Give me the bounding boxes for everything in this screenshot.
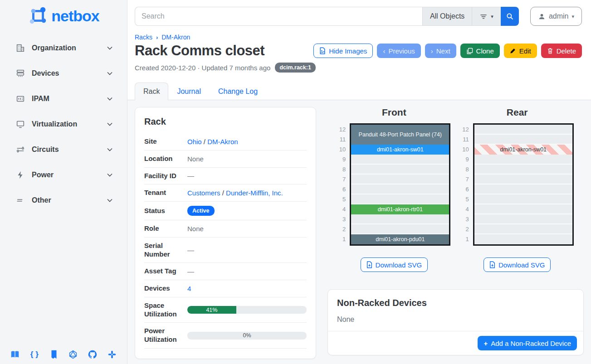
rack-attributes-table: Site Ohio / DM-Akron Location None Facil… bbox=[144, 133, 307, 349]
search-filter-button[interactable]: ▾ bbox=[472, 7, 501, 26]
search-scope-button[interactable]: All Objects bbox=[422, 7, 472, 26]
link-separator: / bbox=[202, 138, 208, 146]
github-icon[interactable] bbox=[88, 349, 98, 359]
user-menu-button[interactable]: admin ▾ bbox=[530, 7, 582, 26]
attr-row-power-utilization: Power Utilization 0% bbox=[144, 323, 307, 349]
unit-number: 12 bbox=[337, 125, 346, 135]
search-input[interactable] bbox=[135, 7, 422, 26]
chevron-down-icon: ▾ bbox=[491, 14, 493, 19]
site-link[interactable]: DM-Akron bbox=[207, 138, 238, 146]
sidebar: netbox OrganizationDevicesIPAMVirtualiza… bbox=[0, 0, 127, 364]
title-row: Rack Comms closet Hide Images ‹ Previous… bbox=[127, 41, 591, 59]
breadcrumb-link-racks[interactable]: Racks bbox=[135, 34, 152, 41]
previous-button[interactable]: ‹ Previous bbox=[377, 44, 420, 58]
rack-details-card: Rack Site Ohio / DM-Akron Location None bbox=[135, 107, 316, 359]
attr-label: Devices bbox=[144, 284, 187, 293]
rack-device-panduit-48-port-patch-panel-74-[interactable]: Panduit 48-Port Patch Panel (74) bbox=[351, 125, 449, 145]
delete-label: Delete bbox=[557, 47, 576, 55]
unit-number: 4 bbox=[337, 204, 346, 214]
sidebar-item-power[interactable]: Power bbox=[6, 166, 121, 184]
rack-unit-slot[interactable] bbox=[474, 214, 572, 224]
right-column: Front 121110987654321 Panduit 48-Port Pa… bbox=[327, 107, 584, 364]
edit-button[interactable]: Edit bbox=[504, 44, 537, 58]
rack-unit-slot[interactable] bbox=[351, 194, 449, 204]
rack-unit-slot[interactable] bbox=[474, 204, 572, 214]
api-docs-icon[interactable] bbox=[49, 349, 59, 359]
rack-unit-slot[interactable] bbox=[474, 234, 572, 244]
sidebar-item-ipam[interactable]: IPAM bbox=[6, 90, 121, 108]
unit-number: 1 bbox=[337, 234, 346, 244]
chevron-right-icon: › bbox=[431, 47, 433, 55]
netbox-logo[interactable]: netbox bbox=[0, 0, 127, 29]
status-badge: Active bbox=[187, 206, 215, 216]
person-icon bbox=[538, 13, 546, 20]
topbar: All Objects ▾ bbox=[127, 0, 591, 26]
rack-unit-slot[interactable] bbox=[474, 155, 572, 165]
front-rack-diagram: Panduit 48-Port Patch Panel (74)dmi01-ak… bbox=[350, 123, 450, 246]
tab-change-log[interactable]: Change Log bbox=[210, 83, 266, 100]
unit-number: 10 bbox=[337, 145, 346, 155]
sidebar-item-circuits[interactable]: Circuits bbox=[6, 141, 121, 159]
sidebar-item-virtualization[interactable]: Virtualization bbox=[6, 115, 121, 133]
sidebar-footer: { } bbox=[0, 349, 127, 359]
rack-unit-slot[interactable] bbox=[351, 175, 449, 184]
site-group-link[interactable]: Ohio bbox=[187, 138, 202, 146]
rest-api-icon[interactable]: { } bbox=[29, 349, 39, 359]
action-buttons: Hide Images ‹ Previous › Next Clo bbox=[313, 44, 582, 58]
sidebar-item-organization[interactable]: Organization bbox=[6, 39, 121, 57]
add-non-racked-device-button[interactable]: + Add a Non-Racked Device bbox=[478, 336, 577, 350]
pencil-icon bbox=[510, 48, 516, 54]
search-submit-button[interactable] bbox=[501, 7, 519, 26]
front-download-svg-button[interactable]: Download SVG bbox=[361, 257, 428, 272]
rack-unit-slot[interactable] bbox=[474, 194, 572, 204]
clone-button[interactable]: Clone bbox=[460, 44, 500, 58]
rack-device-dmi01-akron-sw01[interactable]: dmi01-akron-sw01 bbox=[351, 145, 449, 155]
attr-label: Tenant bbox=[144, 189, 187, 197]
device-count-link[interactable]: 4 bbox=[187, 285, 191, 292]
attr-label: Space Utilization bbox=[144, 301, 187, 319]
front-unit-numbers: 121110987654321 bbox=[337, 125, 346, 244]
rack-device-label: dmi01-akron-sw01 bbox=[377, 146, 424, 153]
breadcrumb-link-dm-akron[interactable]: DM-Akron bbox=[161, 34, 190, 41]
rack-unit-slot[interactable] bbox=[474, 135, 572, 145]
rack-unit-slot[interactable] bbox=[474, 224, 572, 234]
rack-unit-slot[interactable] bbox=[474, 175, 572, 184]
unit-number: 6 bbox=[461, 184, 469, 194]
attr-row-serial-number: Serial Number — bbox=[144, 238, 307, 263]
devices-icon bbox=[15, 68, 25, 78]
unit-number: 1 bbox=[461, 234, 469, 244]
attr-label: Site bbox=[144, 137, 187, 146]
netbox-logo-icon bbox=[28, 5, 49, 26]
space-utilization-bar: 41% bbox=[187, 306, 307, 314]
tenant-link[interactable]: Dunder-Mifflin, Inc. bbox=[226, 189, 283, 197]
rack-unit-slot[interactable] bbox=[474, 125, 572, 135]
rear-download-svg-button[interactable]: Download SVG bbox=[484, 257, 551, 272]
hide-images-button[interactable]: Hide Images bbox=[313, 44, 373, 58]
delete-button[interactable]: Delete bbox=[541, 44, 582, 58]
sidebar-item-other[interactable]: Other bbox=[6, 191, 121, 209]
tab-rack[interactable]: Rack bbox=[135, 83, 168, 100]
rack-unit-slot[interactable] bbox=[351, 165, 449, 175]
search-group: All Objects ▾ bbox=[135, 7, 519, 26]
next-label: Next bbox=[436, 47, 450, 55]
rear-rack-diagram: dmi01-akron-sw01 bbox=[473, 123, 574, 246]
next-button[interactable]: › Next bbox=[425, 44, 456, 58]
rack-unit-slot[interactable] bbox=[351, 214, 449, 224]
rack-unit-slot[interactable] bbox=[351, 155, 449, 165]
docs-book-icon[interactable] bbox=[10, 349, 20, 359]
graphql-icon[interactable] bbox=[68, 349, 78, 359]
community-icon[interactable] bbox=[107, 349, 117, 359]
rack-device-dmi01-akron-pdu01[interactable]: dmi01-akron-pdu01 bbox=[351, 234, 449, 244]
ipam-icon bbox=[15, 94, 25, 104]
tenant-group-link[interactable]: Customers bbox=[187, 189, 220, 197]
rack-unit-slot[interactable] bbox=[474, 165, 572, 175]
location-value: None bbox=[187, 155, 307, 163]
tab-journal[interactable]: Journal bbox=[168, 83, 209, 100]
rack-unit-slot[interactable] bbox=[351, 184, 449, 194]
rack-unit-slot[interactable] bbox=[351, 224, 449, 234]
rack-device-dmi01-akron-sw01[interactable]: dmi01-akron-sw01 bbox=[474, 145, 572, 155]
rack-unit-slot[interactable] bbox=[474, 184, 572, 194]
download-svg-label: Download SVG bbox=[376, 261, 422, 269]
rack-device-dmi01-akron-rtr01[interactable]: dmi01-akron-rtr01 bbox=[351, 204, 449, 214]
sidebar-item-devices[interactable]: Devices bbox=[6, 64, 121, 83]
